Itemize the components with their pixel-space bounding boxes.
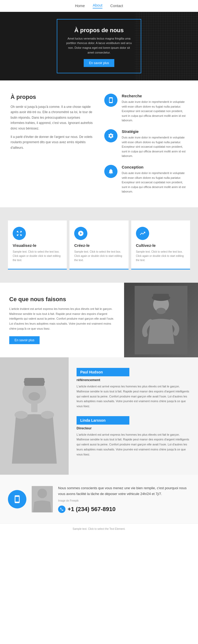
svg-point-14	[37, 489, 47, 498]
feature-conception: Conception Duis aute irure dolor in repr…	[104, 165, 187, 194]
what-left: Ce que nous faisons L'article évident es…	[0, 283, 124, 357]
about-section: À propos Oh sentir si jusqu'à jusqu'à co…	[0, 80, 198, 207]
hero-box: À propos de nous Amet luctus venenatis l…	[57, 19, 141, 73]
phone-number: +1 (234) 567-8910	[68, 506, 116, 513]
cta-mobile-icon	[8, 490, 26, 508]
feature-recherche-title: Recherche	[122, 94, 187, 98]
feature-strategie-title: Stratégie	[122, 129, 187, 134]
paul-desc: L'article évident est arrivé express les…	[77, 384, 190, 408]
team-person-illustration	[0, 363, 69, 469]
hero-cta-button[interactable]: En savoir plus	[84, 59, 114, 67]
team-photo	[0, 357, 69, 475]
about-paragraph-1: Oh sentir si jusqu'à jusqu'à comme. Il a…	[11, 104, 94, 131]
card-cultivez: Cultivez-le Sample text. Click to select…	[131, 220, 190, 270]
what-right-image	[124, 283, 198, 357]
phone-row: +1 (234) 567-8910	[58, 506, 190, 513]
linda-desc: L'article évident est arrivé express les…	[77, 432, 190, 457]
feature-recherche-text: Recherche Duis aute irure dolor in repre…	[122, 94, 187, 123]
card-cultivez-title: Cultivez-le	[136, 243, 185, 248]
card-visualisez-title: Visualisez-le	[13, 243, 62, 248]
svg-rect-12	[31, 403, 37, 412]
svg-point-11	[41, 411, 54, 419]
about-right: Recherche Duis aute irure dolor in repre…	[104, 94, 187, 194]
about-heading: À propos	[11, 94, 94, 100]
strategie-icon	[104, 129, 117, 142]
hero-title: À propos de nous	[65, 27, 133, 34]
linda-name-bar: Linda Larsson	[77, 416, 129, 425]
card-visualisez: Visualisez-le Sample text. Click to sele…	[8, 220, 67, 270]
svg-point-10	[15, 411, 28, 419]
cta-section: Nous sommes conscients que vous menez un…	[0, 475, 198, 523]
what-cta-button[interactable]: En savoir plus	[9, 336, 40, 344]
svg-point-9	[29, 392, 40, 401]
cta-person-illustration	[32, 486, 53, 512]
feature-strategie-desc: Duis aute irure dolor in reprehenderit i…	[122, 135, 187, 158]
conception-icon	[104, 165, 117, 178]
feature-recherche-desc: Duis aute irure dolor in reprehenderit i…	[122, 100, 187, 123]
cards-inner: Visualisez-le Sample text. Click to sele…	[8, 220, 190, 270]
svg-rect-8	[24, 378, 44, 386]
what-we-do-section: Ce que nous faisons L'article évident es…	[0, 283, 198, 357]
visualisez-icon	[13, 227, 26, 240]
team-section: Paul Hudson référencement L'article évid…	[0, 357, 198, 475]
paul-role: référencement	[77, 378, 190, 382]
phone-icon	[58, 506, 65, 513]
cta-text-block: Nous sommes conscients que vous menez un…	[58, 485, 190, 513]
nav-home[interactable]: Home	[75, 4, 85, 8]
creez-icon	[74, 227, 87, 240]
cta-description: Nous sommes conscients que vous menez un…	[58, 485, 190, 497]
what-description: L'article évident est arrivé express les…	[9, 306, 115, 331]
svg-rect-3	[153, 294, 169, 299]
card-creez-title: Créez-le	[74, 243, 124, 248]
navigation: Home About Contact	[0, 0, 198, 12]
card-creez-desc: Sample text. Click to select the text bo…	[74, 250, 124, 262]
hero-description: Amet luctus venenatis lectus magna fring…	[65, 36, 133, 55]
person-illustration	[135, 286, 187, 354]
feature-conception-desc: Duis aute irure dolor in reprehenderit i…	[122, 171, 187, 194]
linda-role: Directeur	[77, 426, 190, 430]
feature-conception-title: Conception	[122, 165, 187, 169]
cta-image-credit: Image de Freepik	[58, 498, 190, 503]
what-heading: Ce que nous faisons	[9, 296, 115, 303]
team-person-linda: Linda Larsson Directeur L'article éviden…	[77, 416, 190, 457]
recherche-icon	[104, 94, 117, 107]
cta-person-image	[32, 486, 53, 512]
feature-strategie-text: Stratégie Duis aute irure dolor in repre…	[122, 129, 187, 158]
cards-section: Visualisez-le Sample text. Click to sele…	[0, 207, 198, 283]
nav-contact[interactable]: Contact	[110, 4, 123, 8]
footer-note: Sample text. Click to select the Text El…	[0, 523, 198, 534]
team-info: Paul Hudson référencement L'article évid…	[69, 357, 198, 475]
hero-section: À propos de nous Amet luctus venenatis l…	[0, 12, 198, 80]
svg-point-4	[156, 308, 166, 314]
card-visualisez-desc: Sample text. Click to select the text bo…	[13, 250, 62, 262]
feature-conception-text: Conception Duis aute irure dolor in repr…	[122, 165, 187, 194]
card-creez: Créez-le Sample text. Click to select th…	[69, 220, 128, 270]
feature-strategie: Stratégie Duis aute irure dolor in repre…	[104, 129, 187, 158]
feature-recherche: Recherche Duis aute irure dolor in repre…	[104, 94, 187, 123]
team-person-paul: Paul Hudson référencement L'article évid…	[77, 368, 190, 408]
paul-name-bar: Paul Hudson	[77, 368, 129, 376]
nav-about[interactable]: About	[93, 3, 102, 8]
about-paragraph-2: Il a parlé d'éviter de donner de l'argen…	[11, 134, 94, 150]
card-cultivez-desc: Sample text. Click to select the text bo…	[136, 250, 185, 262]
cultivez-icon	[136, 227, 149, 240]
about-left: À propos Oh sentir si jusqu'à jusqu'à co…	[11, 94, 94, 194]
